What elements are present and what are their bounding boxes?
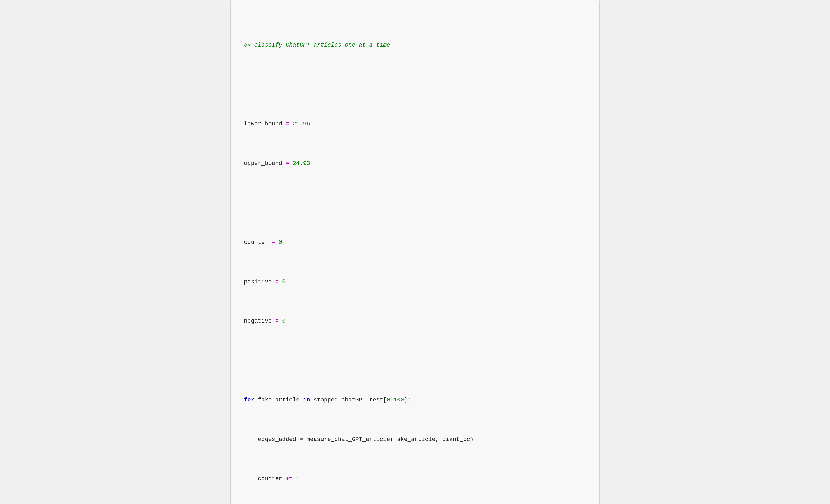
space3 [275,239,279,246]
space2 [289,160,293,167]
val-lower-bound: 21.96 [293,121,310,127]
var-upper-bound: upper_bound [244,160,286,167]
indent-edges: edges_added = measure_chat_GPT_article(f… [244,436,474,443]
space4 [279,279,282,285]
for-colon: ]: [404,397,411,403]
line-blank3 [244,356,586,366]
line-positive: positive = 0 [244,277,586,287]
op-assign3: = [272,239,275,246]
indent-counter-inc: counter [244,475,286,482]
space5 [279,318,282,325]
var-counter: counter [244,239,272,246]
comment-text: ## classify ChatGPT articles one at a ti… [244,42,390,48]
slice-colon: : [390,397,394,403]
val-counter: 0 [279,239,282,246]
kw-in: in [303,397,310,403]
op-pluseq: += [286,475,292,482]
val-upper-bound: 24.93 [293,160,310,167]
line-edges-added: edges_added = measure_chat_GPT_article(f… [244,435,586,444]
code-block: ## classify ChatGPT articles one at a ti… [244,11,586,504]
space-counter-inc [293,475,296,482]
line-counter: counter = 0 [244,237,586,247]
op-assign2: = [286,160,289,167]
line-for: for fake_article in stopped_chatGPT_test… [244,395,586,405]
line-negative: negative = 0 [244,316,586,326]
kw-for: for [244,397,254,403]
line-upper-bound: upper_bound = 24.93 [244,159,586,168]
var-lower-bound: lower_bound [244,121,286,127]
line-counter-inc: counter += 1 [244,474,586,484]
line-lower-bound: lower_bound = 21.96 [244,119,586,129]
slice-end: 100 [394,397,404,403]
for-iterable: stopped_chatGPT_test[ [310,397,386,403]
line-blank1 [244,80,586,90]
space1 [289,121,293,127]
op-assign4: = [275,279,279,285]
var-positive: positive [244,279,275,285]
val-negative: 0 [282,318,286,325]
op-assign1: = [286,121,289,127]
val-counter-inc: 1 [296,475,299,482]
line-comment: ## classify ChatGPT articles one at a ti… [244,40,586,50]
for-text: fake_article [254,397,303,403]
op-assign5: = [275,318,279,325]
code-container: ## classify ChatGPT articles one at a ti… [230,0,600,504]
slice-start: 0 [386,397,390,403]
var-negative: negative [244,318,275,325]
line-blank2 [244,198,586,208]
val-positive: 0 [282,279,286,285]
